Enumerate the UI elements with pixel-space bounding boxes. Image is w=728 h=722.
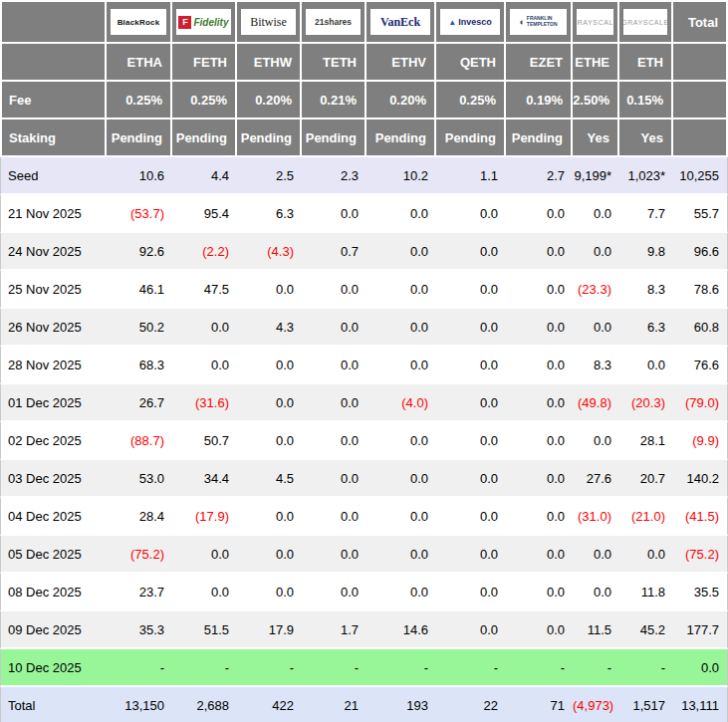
fee-cell: 0.21%: [302, 82, 366, 120]
flow-value-cell: 0.0: [506, 460, 573, 498]
flow-value-cell: 9,199*: [573, 157, 619, 195]
flow-value-cell: 92.6: [107, 233, 172, 271]
flow-value-cell: 45.2: [619, 611, 673, 649]
vaneck-logo: VanEck: [370, 9, 430, 35]
flow-value-cell: 0.0: [506, 536, 573, 574]
table-row: 03 Dec 202553.034.44.50.00.00.00.027.620…: [0, 460, 728, 498]
flow-value-cell: 4.5: [237, 460, 302, 498]
ticker-cell: ETHV: [366, 44, 436, 82]
flow-value-cell: 0.0: [237, 347, 302, 384]
flow-value-cell: 8.3: [573, 347, 619, 384]
flow-value-cell: 10.2: [366, 157, 436, 195]
flow-value-cell: 0.0: [436, 611, 506, 649]
staking-cell: Yes: [619, 120, 673, 157]
flow-value-cell: 1,517: [619, 687, 673, 722]
table-row: 10 Dec 2025---------0.0: [0, 649, 728, 687]
flow-value-cell: 0.0: [436, 498, 506, 536]
table-row: 05 Dec 2025(75.2)0.00.00.00.00.00.00.00.…: [0, 536, 728, 574]
total-column-header: Total: [673, 0, 728, 44]
flow-value-cell: 140.2: [673, 460, 728, 498]
flow-value-cell: (4,973): [573, 687, 619, 722]
flow-value-cell: 193: [366, 687, 436, 722]
flow-value-cell: (49.8): [573, 384, 619, 422]
ticker-cell: TETH: [302, 44, 366, 82]
flow-value-cell: 0.0: [436, 460, 506, 498]
franklin-templeton-logo: ◐ FRANKLINTEMPLETON: [510, 9, 567, 35]
flow-value-cell: 0.0: [366, 498, 436, 536]
flow-value-cell: 0.0: [172, 347, 237, 384]
flow-value-cell: 0.0: [436, 309, 506, 347]
flow-value-cell: 0.0: [619, 347, 673, 384]
flow-value-cell: 422: [237, 687, 302, 722]
flow-value-cell: 27.6: [573, 460, 619, 498]
flow-value-cell: 17.9: [237, 611, 302, 649]
flow-value-cell: 4.3: [237, 309, 302, 347]
fidelity-f-icon: F: [178, 16, 191, 29]
staking-cell: Pending: [302, 120, 366, 157]
flow-value-cell: 26.7: [107, 384, 172, 422]
flow-value-cell: 95.4: [172, 195, 237, 233]
flow-value-cell: 0.0: [302, 460, 366, 498]
row-label: 05 Dec 2025: [0, 536, 107, 574]
flow-value-cell: 8.3: [619, 271, 673, 309]
row-label: 26 Nov 2025: [0, 309, 107, 347]
flow-value-cell: 21: [302, 687, 366, 722]
row-label: 03 Dec 2025: [0, 460, 107, 498]
flow-value-cell: 0.0: [366, 233, 436, 271]
ticker-total-spacer: [673, 44, 728, 82]
table-row: 08 Dec 202523.70.00.00.00.00.00.00.011.8…: [0, 574, 728, 611]
provider-logo-cell: 21shares: [302, 0, 366, 44]
flow-value-cell: 0.0: [302, 384, 366, 422]
flow-value-cell: 0.0: [366, 271, 436, 309]
flow-value-cell: -: [619, 649, 673, 687]
fee-total-spacer: [673, 82, 728, 120]
etf-flow-table: BlackRock F FidelityBitwise21sharesVanEc…: [0, 0, 728, 722]
ticker-cell: EZET: [506, 44, 573, 82]
table-row: 09 Dec 202535.351.517.91.714.60.00.011.5…: [0, 611, 728, 649]
flow-value-cell: 0.0: [573, 574, 619, 611]
flow-value-cell: (4.0): [366, 384, 436, 422]
row-label: 28 Nov 2025: [0, 347, 107, 384]
flow-value-cell: 1.7: [302, 611, 366, 649]
fee-cell: 0.20%: [366, 82, 436, 120]
table-row: 28 Nov 202568.30.00.00.00.00.00.08.30.07…: [0, 347, 728, 384]
fee-cell: 0.25%: [436, 82, 506, 120]
flow-value-cell: 0.0: [366, 422, 436, 460]
provider-logo-cell: F Fidelity: [172, 0, 237, 44]
bitwise-logo: Bitwise: [241, 9, 296, 35]
row-label: 25 Nov 2025: [0, 271, 107, 309]
flow-value-cell: 0.0: [172, 574, 237, 611]
flow-value-cell: (41.5): [673, 498, 728, 536]
corner-cell: [0, 0, 107, 44]
row-label: 04 Dec 2025: [0, 498, 107, 536]
flow-value-cell: 0.0: [573, 195, 619, 233]
flow-value-cell: -: [302, 649, 366, 687]
flow-value-cell: 68.3: [107, 347, 172, 384]
flow-value-cell: 11.8: [619, 574, 673, 611]
table-row: 24 Nov 202592.6(2.2)(4.3)0.70.00.00.00.0…: [0, 233, 728, 271]
flow-value-cell: 28.1: [619, 422, 673, 460]
flow-value-cell: 7.7: [619, 195, 673, 233]
staking-cell: Pending: [506, 120, 573, 157]
flow-value-cell: 2.7: [506, 157, 573, 195]
flow-value-cell: 0.0: [506, 384, 573, 422]
flow-value-cell: 177.7: [673, 611, 728, 649]
flow-value-cell: 0.0: [302, 498, 366, 536]
flow-value-cell: 50.7: [172, 422, 237, 460]
ticker-cell: ETHE: [573, 44, 619, 82]
row-label: 09 Dec 2025: [0, 611, 107, 649]
flow-value-cell: (4.3): [237, 233, 302, 271]
flow-value-cell: 28.4: [107, 498, 172, 536]
flow-value-cell: 4.4: [172, 157, 237, 195]
flow-value-cell: 0.0: [506, 233, 573, 271]
flow-value-cell: 0.0: [366, 195, 436, 233]
flow-value-cell: -: [436, 649, 506, 687]
flow-value-cell: 0.0: [436, 536, 506, 574]
flow-value-cell: 23.7: [107, 574, 172, 611]
row-label: 08 Dec 2025: [0, 574, 107, 611]
flow-value-cell: 0.0: [302, 422, 366, 460]
flow-value-cell: (21.0): [619, 498, 673, 536]
fee-cell: 0.25%: [107, 82, 172, 120]
flow-value-cell: 0.0: [436, 384, 506, 422]
flow-value-cell: 0.0: [172, 536, 237, 574]
